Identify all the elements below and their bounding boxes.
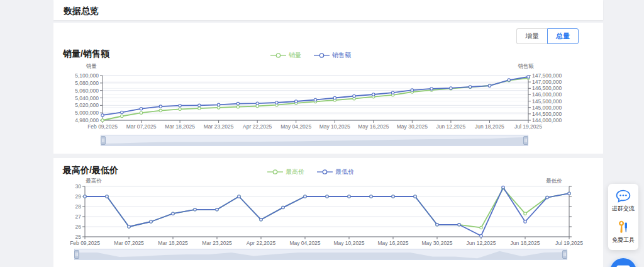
chat-bubble-icon [616,190,631,203]
x-axis-tick-label: May 16,2025 [358,123,389,130]
free-tools-button[interactable]: 免费工具 [612,220,635,244]
customer-chat-fab[interactable] [610,258,636,267]
sales-line-chart: 5,100,0005,080,0005,060,0005,040,0005,02… [60,62,569,132]
left-axis-name: 最高价 [86,178,102,184]
y-axis-tick-label: 5,000,000 [75,110,99,116]
legend-label: 最低价 [335,168,354,176]
legend-item-sales-volume[interactable]: 销量 [270,51,301,60]
x-axis-tick-label: Mar 18,2025 [165,123,195,130]
tools-icon [616,220,630,234]
legend-line-circle-icon [267,169,283,175]
y-axis-tick-label: 5,100,000 [75,72,99,79]
x-axis-tick-label: Mar 23,2025 [204,123,234,130]
join-group-button[interactable]: 进群交流 [612,190,635,213]
y-axis-tick-label: 29 [75,193,82,200]
x-axis-tick-label: Jun 18,2025 [475,123,504,130]
page-title: 数据总览 [53,0,603,17]
y-axis-tick-label: 146,000,000 [532,91,562,98]
y-axis-tick-label: 5,020,000 [75,102,99,108]
x-axis-tick-label: May 04,2025 [289,240,320,246]
x-axis-tick-label: May 10,2025 [319,123,350,130]
y-axis-tick-label: 145,500,000 [532,98,562,105]
y-axis-tick-label: 5,060,000 [75,88,99,94]
x-axis-tick-label: Mar 07,2025 [126,123,157,130]
datazoom-handle-right[interactable] [524,137,528,145]
page: 数据总览 增量 总量 销量/销售额 销量 销售额 5,100,0005,080,… [0,0,644,267]
chart1-legend: 销量 销售额 [36,51,586,60]
x-axis-tick-label: Mar 07,2025 [114,240,144,246]
legend-item-sales-amount[interactable]: 销售额 [314,51,351,60]
legend-label: 销售额 [332,51,351,60]
y-axis-tick-label: 28 [75,203,82,210]
join-group-label: 进群交流 [612,205,635,213]
floating-widget-card: 进群交流 免费工具 [608,184,638,250]
datazoom-handle-right[interactable] [563,251,567,259]
x-axis-tick-label: Mar 23,2025 [202,240,232,246]
free-tools-label: 免费工具 [612,236,635,244]
legend-label: 最高价 [286,168,304,176]
y-axis-tick-label: 147,500,000 [532,72,562,79]
x-axis-tick-label: May 04,2025 [280,123,311,130]
x-axis-tick-label: Jun 12,2025 [436,123,466,130]
y-axis-tick-label: 27 [75,213,82,220]
sales-chart-datazoom[interactable] [101,135,528,146]
legend-item-lowest-price[interactable]: 最低价 [317,168,354,176]
topbar: 数据总览 [53,0,603,20]
legend-line-circle-icon [270,52,286,59]
y-axis-tick-label: 144,500,000 [532,111,562,117]
left-axis-name: 销量 [86,63,97,69]
y-axis-tick-label: 26 [75,224,82,230]
legend-line-circle-icon [314,52,330,59]
price-line-chart: 302928272625Feb 09,2025Mar 07,2025Mar 18… [60,178,591,247]
y-axis-tick-label: 146,500,000 [532,85,562,91]
x-axis-tick-label: May 16,2025 [377,240,408,246]
x-axis-tick-label: May 10,2025 [333,240,364,246]
section-divider [53,154,603,158]
right-axis-name: 最低价 [546,178,562,184]
right-axis-name: 销售额 [518,63,534,69]
x-axis-tick-label: Jun 18,2025 [511,240,540,246]
x-axis-tick-label: Jun 12,2025 [467,240,496,246]
mode-toggle-group: 增量 总量 [516,28,579,44]
x-axis-tick-label: May 30,2025 [421,240,452,246]
y-axis-tick-label: 144,000,000 [532,117,562,123]
y-axis-tick-label: 5,040,000 [75,95,99,101]
x-axis-tick-label: Jul 19,2025 [514,123,542,130]
x-axis-tick-label: Apr 22,2025 [243,123,272,130]
y-axis-tick-label: 145,000,000 [532,105,562,111]
y-axis-tick-label: 4,980,000 [75,117,99,123]
x-axis-tick-label: Feb 09,2025 [70,240,100,246]
y-axis-tick-label: 25 [75,234,82,240]
x-axis-tick-label: Apr 22,2025 [247,240,276,246]
chart2-legend: 最高价 最低价 [36,168,586,176]
y-axis-tick-label: 147,000,000 [532,79,562,85]
increment-mode-button[interactable]: 增量 [516,28,547,44]
legend-line-circle-icon [317,169,333,175]
x-axis-tick-label: Mar 18,2025 [158,240,188,246]
main-card: 增量 总量 销量/销售额 销量 销售额 5,100,0005,080,0005,… [53,23,603,267]
total-mode-button[interactable]: 总量 [547,28,579,44]
datazoom-handle-left[interactable] [101,137,106,145]
y-axis-tick-label: 5,080,000 [75,80,99,86]
price-chart-datazoom[interactable] [74,249,567,260]
x-axis-tick-label: May 30,2025 [397,123,428,130]
x-axis-tick-label: Feb 09,2025 [87,123,118,130]
y-axis-tick-label: 30 [75,183,82,190]
floating-widgets: 进群交流 免费工具 [608,184,638,267]
datazoom-handle-left[interactable] [75,251,79,259]
legend-item-highest-price[interactable]: 最高价 [267,168,304,176]
x-axis-tick-label: Jul 19,2025 [555,240,583,246]
legend-label: 销量 [289,51,301,60]
